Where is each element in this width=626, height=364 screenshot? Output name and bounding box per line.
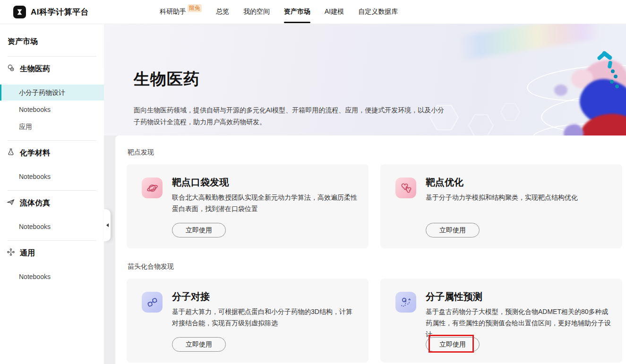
card-description: 基于分子动力学模拟和结构聚类，实现靶点结构优化 [426, 192, 611, 203]
protein-blob-pink [583, 60, 626, 98]
docking-icon [142, 292, 163, 313]
sidebar-group-fluid-simulation: 流体仿真Notebooks [0, 191, 104, 240]
sidebar-group-label: 生物医药 [20, 64, 50, 74]
sidebar-group-header-general[interactable]: 通用 [0, 241, 104, 265]
card-content: 分子属性预测基于盘古药物分子大模型，预测化合物ADMET相关的80多种成药属性，… [426, 291, 611, 363]
top-nav: 科研助手限免总览我的空间资产市场AI建模自定义数据库 [160, 0, 398, 24]
card-content: 靶点口袋发现联合北大高毅勤教授团队实现全新元动力学算法，高效遍历柔性蛋白表面，找… [172, 177, 357, 248]
use-now-button-target-optimization[interactable]: 立即使用 [426, 223, 480, 237]
card-description: 基于盘古药物分子大模型，预测化合物ADMET相关的80多种成药属性，有些属性的预… [426, 306, 611, 340]
sidebar-group-items: Notebooks [0, 215, 104, 235]
protein-blob-lightpink [571, 69, 593, 88]
nav-item-overview[interactable]: 总览 [216, 0, 229, 24]
nav-item-label: 总览 [216, 8, 229, 16]
card-row: 分子对接基于超大算力，可根据靶点蛋白和小分子药物的3D结构，计算对接结合能，实现… [127, 279, 626, 363]
protein-blob-lavender [554, 85, 567, 96]
molecule-dot [611, 69, 615, 73]
rainbow-glow [457, 24, 601, 60]
service-card-molecular-docking: 分子对接基于超大算力，可根据靶点蛋白和小分子药物的3D结构，计算对接结合能，实现… [127, 279, 369, 363]
use-now-button-molecular-property-prediction[interactable]: 立即使用 [426, 337, 480, 352]
card-description: 联合北大高毅勤教授团队实现全新元动力学算法，高效遍历柔性蛋白表面，找到潜在口袋位… [172, 192, 357, 214]
card-button-wrap: 立即使用 [172, 223, 226, 237]
plane-icon [7, 198, 15, 208]
sidebar-group-label: 流体仿真 [20, 198, 50, 208]
protein-blob-purple [564, 124, 583, 135]
nav-item-label: 自定义数据库 [358, 8, 398, 16]
nav-item-label: 科研助手 [160, 8, 186, 16]
app-root: AI科学计算平台 科研助手限免总览我的空间资产市场AI建模自定义数据库 资产市场… [0, 0, 626, 364]
service-card-target-pocket-discovery: 靶点口袋发现联合北大高毅勤教授团队实现全新元动力学算法，高效遍历柔性蛋白表面，找… [127, 164, 369, 248]
sidebar-group-header-chem-materials[interactable]: 化学材料 [0, 141, 104, 165]
use-now-button-target-pocket-discovery[interactable]: 立即使用 [172, 223, 226, 237]
service-card-molecular-property-prediction: 分子属性预测基于盘古药物分子大模型，预测化合物ADMET相关的80多种成药属性，… [380, 279, 622, 363]
card-button-wrap: 立即使用 [172, 337, 226, 352]
platform-logo-icon[interactable] [13, 6, 26, 18]
section-label: 苗头化合物发现 [128, 262, 626, 271]
app-title: AI科学计算平台 [31, 7, 89, 17]
sidebar-group-items: Notebooks [0, 265, 104, 285]
sidebar-group-bio-medicine: 生物医药小分子药物设计Notebooks应用 [0, 57, 104, 140]
hero-description: 面向生物医药领域，提供自研与开源的多元化AI模型、开箱即用的流程、应用，便捷式开… [134, 104, 446, 128]
card-description: 基于超大算力，可根据靶点蛋白和小分子药物的3D结构，计算对接结合能，实现百万级别… [172, 306, 357, 329]
card-title: 分子对接 [172, 291, 357, 302]
active-tab-underline [284, 22, 310, 23]
content-area: 生物医药 面向生物医药领域，提供自研与开源的多元化AI模型、开箱即用的流程、应用… [104, 24, 626, 364]
sidebar-item-应用[interactable]: 应用 [0, 119, 104, 135]
sidebar-collapse-handle[interactable] [104, 209, 111, 241]
sidebar-group-header-bio-medicine[interactable]: 生物医药 [0, 57, 104, 81]
top-header: AI科学计算平台 科研助手限免总览我的空间资产市场AI建模自定义数据库 [0, 0, 626, 24]
card-button-wrap: 立即使用 [426, 337, 480, 352]
nav-item-label: 我的空间 [243, 8, 270, 16]
card-content: 分子对接基于超大算力，可根据靶点蛋白和小分子药物的3D结构，计算对接结合能，实现… [172, 291, 357, 363]
sidebar-group-header-fluid-simulation[interactable]: 流体仿真 [0, 191, 104, 215]
use-now-button-molecular-docking[interactable]: 立即使用 [172, 337, 226, 352]
orbit-ring [540, 89, 626, 135]
antibody-fragment [601, 51, 613, 61]
card-title: 靶点优化 [426, 177, 611, 188]
molecule-icon [7, 64, 15, 74]
sidebar-item-小分子药物设计[interactable]: 小分子药物设计 [0, 85, 104, 101]
main-row: 资产市场 生物医药小分子药物设计Notebooks应用化学材料Notebooks… [0, 24, 626, 364]
card-row: 靶点口袋发现联合北大高毅勤教授团队实现全新元动力学算法，高效遍历柔性蛋白表面，找… [127, 164, 626, 248]
sidebar-item-Notebooks[interactable]: Notebooks [0, 219, 104, 235]
limited-free-badge: 限免 [188, 4, 202, 12]
nav-item-my-space[interactable]: 我的空间 [243, 0, 270, 24]
card-title: 分子属性预测 [426, 291, 611, 302]
sidebar-group-items: Notebooks [0, 165, 104, 185]
card-content: 靶点优化基于分子动力学模拟和结构聚类，实现靶点结构优化 [426, 177, 611, 248]
content-panel: 靶点发现靶点口袋发现联合北大高毅勤教授团队实现全新元动力学算法，高效遍历柔性蛋白… [115, 135, 626, 364]
orbit-ring [532, 123, 626, 135]
sidebar-item-Notebooks[interactable]: Notebooks [0, 169, 104, 185]
sidebar-title: 资产市场 [0, 24, 104, 56]
molecule-dot [615, 85, 619, 88]
sidebar-group-items: 小分子药物设计Notebooks应用 [0, 81, 104, 135]
nav-item-custom-database[interactable]: 自定义数据库 [358, 0, 398, 24]
hourglass-x-glyph [16, 8, 24, 16]
nav-item-label: 资产市场 [284, 8, 310, 16]
sidebar-groups: 生物医药小分子药物设计Notebooks应用化学材料Notebooks流体仿真N… [0, 56, 104, 290]
cluster-icon [395, 178, 416, 198]
sidebar-item-Notebooks[interactable]: Notebooks [0, 102, 104, 118]
nav-item-research-assistant[interactable]: 科研助手限免 [160, 0, 202, 24]
sidebar-group-label: 化学材料 [20, 148, 50, 158]
sidebar: 资产市场 生物医药小分子药物设计Notebooks应用化学材料Notebooks… [0, 24, 104, 364]
orbit-ring [526, 61, 626, 106]
hero-title: 生物医药 [134, 68, 200, 90]
collapse-arrow-icon [104, 223, 109, 227]
protein-blob-blue [575, 74, 626, 131]
hero-banner: 生物医药 面向生物医药领域，提供自研与开源的多元化AI模型、开箱即用的流程、应用… [104, 24, 626, 135]
service-card-target-optimization: 靶点优化基于分子动力学模拟和结构聚类，实现靶点结构优化立即使用 [380, 164, 622, 248]
sidebar-item-Notebooks[interactable]: Notebooks [0, 269, 104, 285]
molecule-dot [614, 75, 617, 78]
nav-item-ai-modeling[interactable]: AI建模 [325, 0, 344, 24]
nav-item-asset-market[interactable]: 资产市场 [284, 0, 310, 24]
molecule-dot [610, 80, 614, 84]
planet-icon [142, 178, 163, 198]
sidebar-group-general: 通用Notebooks [0, 241, 104, 290]
trajectory-icon [395, 292, 416, 313]
sidebar-group-chem-materials: 化学材料Notebooks [0, 141, 104, 190]
nav-item-label: AI建模 [325, 8, 344, 16]
section-label: 靶点发现 [128, 148, 626, 156]
antibody-fragment [608, 60, 613, 68]
flask-icon [7, 148, 15, 158]
